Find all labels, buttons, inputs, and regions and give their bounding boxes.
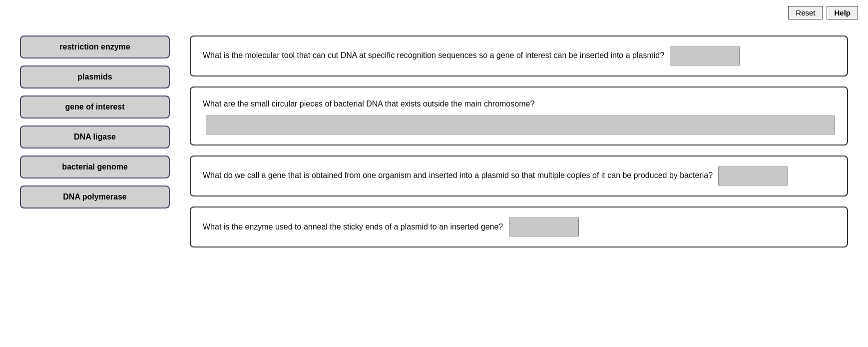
- help-button[interactable]: Help: [827, 6, 858, 20]
- term-button-restriction-enzyme[interactable]: restriction enzyme: [20, 36, 170, 58]
- q2-drop-zone[interactable]: [206, 116, 835, 134]
- q3-text: What do we call a gene that is obtained …: [203, 171, 713, 180]
- reset-button[interactable]: Reset: [788, 6, 823, 20]
- term-button-bacterial-genome[interactable]: bacterial genome: [20, 156, 170, 178]
- question-box-4: What is the enzyme used to anneal the st…: [190, 206, 848, 248]
- term-button-gene-of-interest[interactable]: gene of interest: [20, 96, 170, 118]
- q4-drop-zone[interactable]: [509, 218, 579, 236]
- q4-text: What is the enzyme used to anneal the st…: [203, 220, 503, 234]
- terms-panel: restriction enzymeplasmidsgene of intere…: [20, 36, 170, 248]
- question-box-1: What is the molecular tool that can cut …: [190, 36, 848, 76]
- q2-text: What are the small circular pieces of ba…: [203, 98, 835, 110]
- question-box-3: What do we call a gene that is obtained …: [190, 156, 848, 196]
- q1-drop-zone[interactable]: [670, 46, 740, 66]
- term-button-dna-ligase[interactable]: DNA ligase: [20, 126, 170, 148]
- question-box-2: What are the small circular pieces of ba…: [190, 86, 848, 146]
- top-bar: Reset Help: [0, 0, 868, 26]
- term-button-plasmids[interactable]: plasmids: [20, 66, 170, 88]
- main-content: restriction enzymeplasmidsgene of intere…: [0, 26, 868, 258]
- q1-text: What is the molecular tool that can cut …: [203, 51, 664, 60]
- q3-drop-zone[interactable]: [718, 166, 788, 186]
- term-button-dna-polymerase[interactable]: DNA polymerase: [20, 186, 170, 208]
- questions-panel: What is the molecular tool that can cut …: [190, 36, 848, 248]
